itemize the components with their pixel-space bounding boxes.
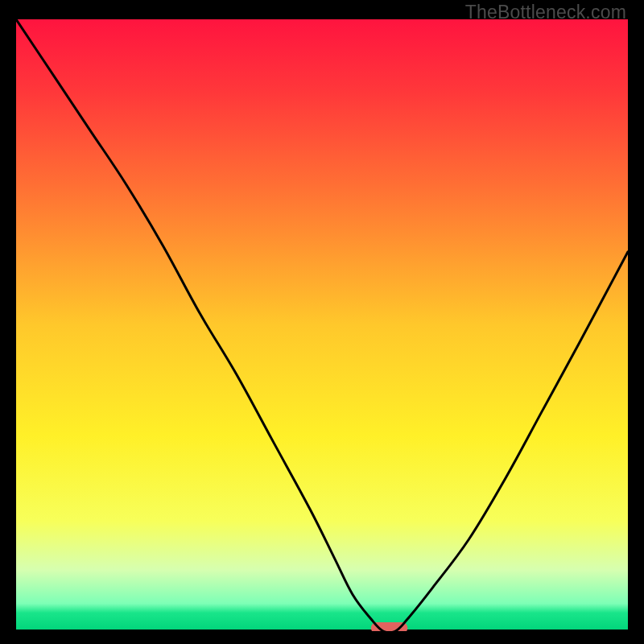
bottleneck-chart — [16, 19, 628, 631]
chart-frame — [16, 19, 628, 631]
watermark-text: TheBottleneck.com — [465, 2, 626, 23]
gradient-background — [16, 19, 628, 631]
